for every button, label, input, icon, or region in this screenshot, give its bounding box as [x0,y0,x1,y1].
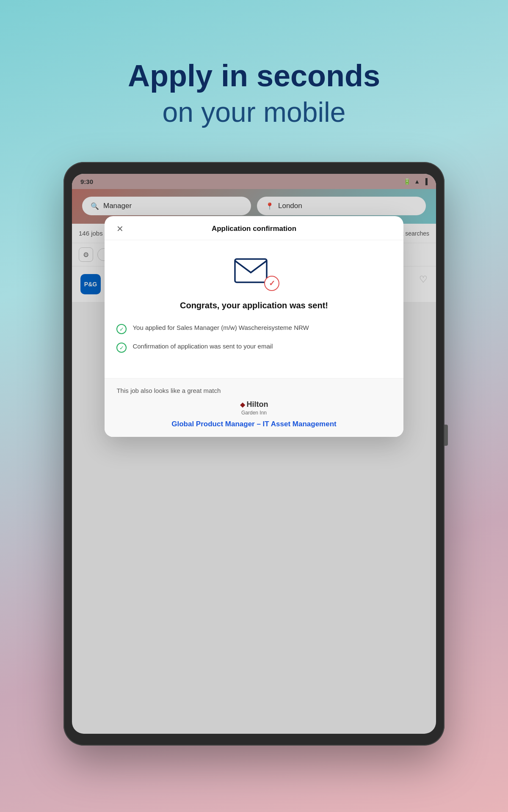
hilton-subtitle: Garden Inn [241,410,267,416]
svg-rect-0 [235,259,267,283]
recommended-section: This job also looks like a great match ◆… [105,379,403,437]
modal-header: ✕ Application confirmation [105,216,403,240]
recommended-label: This job also looks like a great match [116,387,391,394]
hilton-logo-area: ◆ Hilton Garden Inn [116,400,391,416]
modal-body: ✓ Congrats, your application was sent! ✓… [105,240,403,378]
modal-title: Application confirmation [212,225,296,233]
confirmation-icon: ✓ [116,254,391,288]
hilton-diamond-icon: ◆ [240,401,245,409]
tablet-side-button [444,425,448,446]
hilton-logo-text: Hilton [247,400,268,409]
hilton-logo: ◆ Hilton Garden Inn [240,400,268,416]
hilton-logo-icon: ◆ Hilton [240,400,268,409]
confirmation-item-2: ✓ Confirmation of application was sent t… [116,342,391,353]
tablet-outer: 9:30 🔋 ▲ ▐ 🔍 Manager 📍 London [64,162,444,746]
confirmation-text-1: You applied for Sales Manager (m/w) Wasc… [133,323,309,333]
check-icon-1: ✓ [116,324,127,334]
confirmation-items: ✓ You applied for Sales Manager (m/w) Wa… [116,323,391,353]
modal-close-button[interactable]: ✕ [113,222,127,236]
headline-section: Apply in seconds on your mobile [128,59,380,128]
recommended-job-link[interactable]: Global Product Manager – IT Asset Manage… [116,420,391,428]
application-confirmation-modal: ✕ Application confirmation ✓ [105,216,403,437]
congrats-text: Congrats, your application was sent! [116,299,391,311]
headline-sub: on your mobile [128,96,380,128]
check-icon-2: ✓ [116,343,127,353]
headline-main: Apply in seconds [128,59,380,93]
confirmation-text-2: Confirmation of application was sent to … [133,342,273,351]
tablet-screen: 9:30 🔋 ▲ ▐ 🔍 Manager 📍 London [72,174,436,734]
tablet-container: 9:30 🔋 ▲ ▐ 🔍 Manager 📍 London [64,162,444,746]
confirmation-item-1: ✓ You applied for Sales Manager (m/w) Wa… [116,323,391,334]
check-circle-icon: ✓ [264,276,279,291]
modal-overlay: ✕ Application confirmation ✓ [72,174,436,734]
